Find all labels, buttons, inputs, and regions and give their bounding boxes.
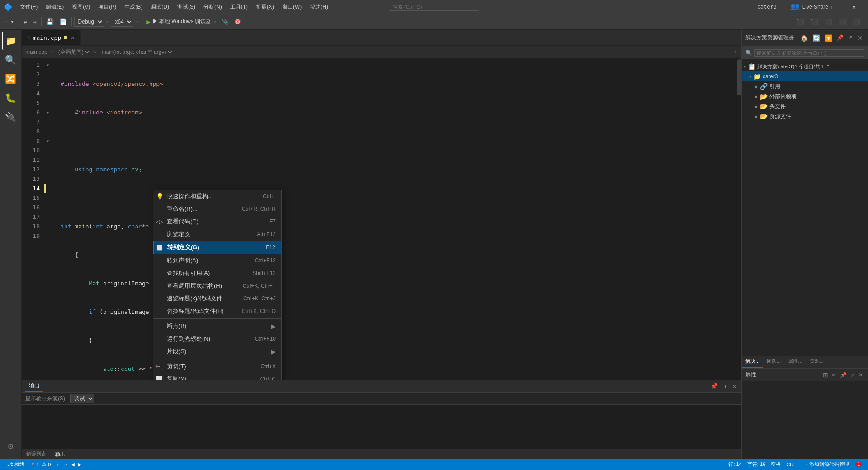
scroll-right[interactable]: ▶	[77, 461, 83, 468]
props-filter-btn[interactable]: ✏	[830, 371, 838, 379]
se-sync-btn[interactable]: 🔄	[811, 33, 822, 43]
scroll-left[interactable]: ◀	[70, 461, 76, 468]
solution-expand-arrow[interactable]: ▾	[744, 64, 746, 69]
liveshare-button[interactable]: 👤 Live Share	[790, 2, 832, 11]
se-close-btn[interactable]: ✕	[855, 33, 864, 43]
close-button[interactable]: ✕	[844, 0, 864, 14]
ctx-breakpoint[interactable]: 断点(B) ▶	[153, 320, 281, 332]
ctx-cut[interactable]: ✂ 剪切(T) Ctrl+X	[153, 360, 281, 373]
undo-button[interactable]: ↩	[21, 17, 29, 27]
scroll-thumb[interactable]	[737, 59, 741, 95]
menu-file[interactable]: 文件(F)	[16, 2, 41, 12]
breadcrumb-scope-select[interactable]: (全局范围)	[57, 48, 91, 56]
status-line[interactable]: 行: 14	[726, 461, 744, 468]
status-errors[interactable]: ✕ 1 ⚠ 0	[28, 461, 53, 467]
save-button[interactable]: 💾	[44, 17, 56, 27]
se-tab-resources[interactable]: 资源...	[806, 356, 827, 368]
ctx-view-code[interactable]: ◁▷ 查看代码(C) F7	[153, 215, 281, 228]
fold-6[interactable]: ▾	[44, 108, 52, 117]
output-close-button[interactable]: ✕	[731, 382, 738, 390]
breadcrumb-add-icon[interactable]: ＋	[732, 48, 738, 56]
ctx-goto-decl[interactable]: 转到声明(A) Ctrl+F12	[153, 254, 281, 267]
se-headers-node[interactable]: ▶ 📂 头文件	[742, 101, 868, 111]
ctx-find-refs[interactable]: 查找所有引用(A) Shift+F12	[153, 267, 281, 280]
status-add-source[interactable]: ↑ 添加到源代码管理	[802, 461, 853, 468]
output-float-button[interactable]: ⬆	[722, 382, 729, 390]
activity-search[interactable]: 🔍	[2, 51, 20, 69]
se-float-btn[interactable]: ↗	[846, 33, 854, 43]
status-ready[interactable]: ⎇ 就绪	[4, 461, 28, 468]
run-debugger-button[interactable]: ▶ ▶ 本地 Windows 调试器 ▾	[145, 17, 219, 26]
menu-build[interactable]: 生成(B)	[121, 2, 146, 12]
menu-analyze[interactable]: 分析(N)	[200, 2, 226, 12]
props-float-btn[interactable]: ↗	[849, 371, 856, 379]
menu-view[interactable]: 视图(V)	[68, 2, 94, 12]
ctx-rename[interactable]: 重命名(R)... Ctrl+R, Ctrl+R	[153, 203, 281, 215]
ctx-peek-header[interactable]: 速览标题(k)/代码文件 Ctrl+K, Ctrl+J	[153, 292, 281, 305]
se-solution-root[interactable]: ▾ 📋 解决方案'cater3'(1 个项目/共 1 个	[742, 62, 868, 71]
output-tab-bottom[interactable]: 输出	[51, 450, 70, 459]
output-source-select[interactable]: 调试	[70, 394, 94, 403]
target-button[interactable]: 🎯	[232, 17, 243, 26]
global-search-input[interactable]	[389, 3, 479, 11]
fold-1[interactable]: ▾	[44, 60, 52, 70]
se-tab-solution[interactable]: 解决...	[742, 356, 763, 368]
status-encoding[interactable]: CRLF	[783, 461, 802, 468]
ctx-call-hierarchy[interactable]: 查看调用层次结构(H) Ctrl+K, Ctrl+T	[153, 280, 281, 292]
breadcrumb-function-select[interactable]: main(int argc, char ** argv)	[100, 48, 174, 56]
menu-debug[interactable]: 调试(D)	[147, 2, 173, 12]
ctx-run-to-cursor[interactable]: 运行到光标处(N) Ctrl+F10	[153, 332, 281, 345]
status-spaces[interactable]: 空格	[768, 461, 783, 468]
status-notification[interactable]: 1	[853, 461, 864, 468]
extdeps-expand-arrow[interactable]: ▶	[755, 94, 758, 99]
back-nav-button[interactable]: ↩ ▾	[2, 18, 16, 26]
toolbar-extra-4[interactable]: ⬛	[836, 17, 849, 27]
activity-debug[interactable]: 🐛	[2, 89, 20, 107]
menu-help[interactable]: 帮助(H)	[306, 2, 332, 12]
activity-explorer[interactable]: 📁	[2, 32, 20, 50]
se-references-node[interactable]: ▶ 🔗 引用	[742, 81, 868, 91]
ctx-quick-actions[interactable]: 💡 快速操作和重构... Ctrl+.	[153, 190, 281, 203]
redo-button[interactable]: ↪	[30, 17, 38, 27]
menu-edit[interactable]: 编辑(E)	[42, 2, 67, 12]
menu-project[interactable]: 项目(P)	[94, 2, 120, 12]
platform-dropdown[interactable]: x64	[111, 17, 133, 27]
vertical-scrollbar[interactable]	[736, 58, 741, 380]
props-pin-btn[interactable]: 📌	[839, 371, 848, 379]
menu-tools[interactable]: 工具(T)	[226, 2, 251, 12]
menu-window[interactable]: 窗口(W)	[278, 2, 305, 12]
se-home-btn[interactable]: 🏠	[798, 33, 810, 43]
toolbar-extra-1[interactable]: ⬛	[794, 17, 807, 27]
nav-forward[interactable]: →	[62, 461, 69, 468]
activity-git[interactable]: 🔀	[2, 70, 20, 88]
resources-expand-arrow[interactable]: ▶	[755, 114, 758, 119]
toolbar-extra-2[interactable]: ⬛	[808, 17, 821, 27]
ctx-copy[interactable]: ⬜ 复制(Y) Ctrl+C	[153, 373, 281, 380]
attach-button[interactable]: 📎	[220, 17, 231, 26]
ctx-snippets[interactable]: 片段(S) ▶	[153, 345, 281, 358]
activity-extensions[interactable]: 🔌	[2, 108, 20, 126]
status-char[interactable]: 字符: 16	[745, 461, 768, 468]
refs-expand-arrow[interactable]: ▶	[755, 84, 758, 89]
nav-back[interactable]: ←	[55, 461, 61, 468]
project-expand-arrow[interactable]: ▾	[749, 74, 751, 79]
ctx-goto-def[interactable]: ⬜ 转到定义(G) F12	[153, 241, 281, 254]
debug-config-dropdown[interactable]: Debug	[74, 17, 104, 27]
se-tab-team[interactable]: 团队...	[763, 356, 784, 368]
ctx-peek-def[interactable]: 浏览定义 Alt+F12	[153, 228, 281, 241]
menu-extensions[interactable]: 扩展(X)	[252, 2, 278, 12]
toolbar-extra-5[interactable]: ⬛	[850, 17, 863, 27]
tab-close-button[interactable]: ✕	[70, 34, 75, 41]
props-sort-btn[interactable]: ⊞	[821, 371, 830, 379]
output-tab[interactable]: 输出	[25, 380, 43, 392]
se-pin-btn[interactable]: 📌	[835, 33, 845, 43]
se-search-input[interactable]	[754, 49, 864, 57]
tab-main-cpp[interactable]: C main.cpp ✕	[22, 30, 81, 45]
se-extdeps-node[interactable]: ▶ 📂 外部依赖项	[742, 91, 868, 101]
activity-settings[interactable]: ⚙	[2, 437, 20, 455]
save-all-button[interactable]: 📄	[57, 17, 69, 27]
se-project-node[interactable]: ▾ 📁 cater3	[742, 71, 868, 81]
se-tab-props[interactable]: 属性...	[784, 356, 806, 368]
se-filter-btn[interactable]: 🔽	[823, 33, 834, 43]
menu-test[interactable]: 测试(S)	[174, 2, 199, 12]
